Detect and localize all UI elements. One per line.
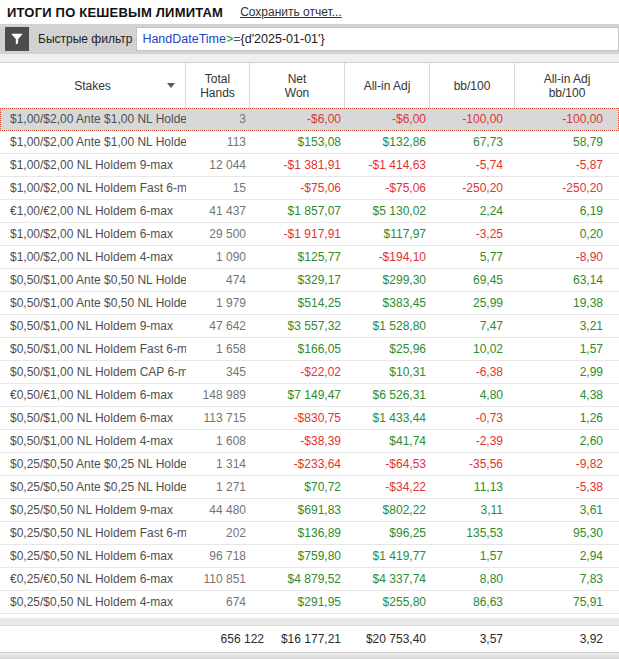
bb100-cell: 3,11 — [430, 503, 515, 517]
all-in-adj-cell: $6 526,31 — [345, 388, 430, 402]
bb100-cell: 10,02 — [430, 342, 515, 356]
column-header-bb100[interactable]: bb/100 — [430, 63, 515, 108]
bb100-cell: -3,25 — [430, 227, 515, 241]
totals-row: 656 122 $16 177,21 $20 753,40 3,57 3,92 — [0, 626, 619, 652]
net-won-cell: $136,89 — [250, 526, 345, 540]
net-won-cell: $7 149,47 — [250, 388, 345, 402]
net-won-cell: $4 879,52 — [250, 572, 345, 586]
all-in-adj-cell: $5 130,02 — [345, 204, 430, 218]
report-window: ИТОГИ ПО КЕШЕВЫМ ЛИМИТАМ Сохранить отчет… — [0, 0, 619, 659]
table-row[interactable]: $0,25/$0,50 NL Holdem Fast 6-m202$136,89… — [0, 522, 619, 545]
all-in-adj-bb100-cell: 6,19 — [515, 204, 619, 218]
table-row[interactable]: $1,00/$2,00 Ante $1,00 NL Holde113$153,0… — [0, 131, 619, 154]
bb100-cell: 69,45 — [430, 273, 515, 287]
table-row[interactable]: $0,50/$1,00 NL Holdem CAP 6-m345-$22,02$… — [0, 361, 619, 384]
all-in-adj-bb100-cell: 1,57 — [515, 342, 619, 356]
stakes-cell: $0,50/$1,00 NL Holdem CAP 6-m — [0, 365, 186, 379]
net-won-cell: -$22,02 — [250, 365, 345, 379]
bb100-cell: 25,99 — [430, 296, 515, 310]
all-in-adj-cell: $117,97 — [345, 227, 430, 241]
table-row[interactable]: $1,00/$2,00 NL Holdem 6-max29 500-$1 917… — [0, 223, 619, 246]
total-hands-cell: 1 271 — [186, 480, 250, 494]
all-in-adj-bb100-cell: 1,26 — [515, 411, 619, 425]
all-in-adj-bb100-cell: 95,30 — [515, 526, 619, 540]
all-in-adj-bb100-cell: 4,38 — [515, 388, 619, 402]
bb100-cell: -2,39 — [430, 434, 515, 448]
all-in-adj-bb100-cell: -9,82 — [515, 457, 619, 471]
total-hands-cell: 15 — [186, 181, 250, 195]
column-header-all-in-adj-bb100-label: All-in Adj bb/100 — [536, 72, 598, 100]
bb100-cell: -100,00 — [430, 112, 515, 126]
all-in-adj-cell: $299,30 — [345, 273, 430, 287]
table-row[interactable]: $0,25/$0,50 NL Holdem 6-max96 718$759,80… — [0, 545, 619, 568]
table-row[interactable]: $0,50/$1,00 NL Holdem 4-max1 608-$38,39$… — [0, 430, 619, 453]
column-header-stakes[interactable]: Stakes — [0, 63, 186, 108]
all-in-adj-cell: -$34,22 — [345, 480, 430, 494]
totals-all-in-adj-cell: $20 753,40 — [345, 632, 430, 646]
all-in-adj-cell: -$64,53 — [345, 457, 430, 471]
table-row[interactable]: $0,25/$0,50 NL Holdem 9-max44 480$691,83… — [0, 499, 619, 522]
net-won-cell: -$38,39 — [250, 434, 345, 448]
table-row[interactable]: $0,50/$1,00 NL Holdem 6-max113 715-$830,… — [0, 407, 619, 430]
net-won-cell: $329,17 — [250, 273, 345, 287]
stakes-cell: $1,00/$2,00 Ante $1,00 NL Holde — [0, 112, 186, 126]
all-in-adj-cell: $25,96 — [345, 342, 430, 356]
total-hands-cell: 1 658 — [186, 342, 250, 356]
total-hands-cell: 12 044 — [186, 158, 250, 172]
chevron-down-icon[interactable] — [167, 83, 175, 88]
quick-filters-bar: Быстрые фильтр HandDateTime>={d'2025-01-… — [0, 24, 619, 54]
total-hands-cell: 44 480 — [186, 503, 250, 517]
column-header-all-in-adj[interactable]: All-in Adj — [345, 63, 430, 108]
table-row[interactable]: $0,25/$0,50 Ante $0,25 NL Holde1 314-$23… — [0, 453, 619, 476]
column-header-all-in-adj-bb100[interactable]: All-in Adj bb/100 — [515, 63, 619, 108]
stakes-cell: €1,00/€2,00 NL Holdem 6-max — [0, 204, 186, 218]
stakes-cell: $0,25/$0,50 NL Holdem Fast 6-m — [0, 526, 186, 540]
total-hands-cell: 110 851 — [186, 572, 250, 586]
stakes-cell: $0,25/$0,50 Ante $0,25 NL Holde — [0, 480, 186, 494]
total-hands-cell: 1 979 — [186, 296, 250, 310]
table-row[interactable]: $0,50/$1,00 NL Holdem 9-max47 642$3 557,… — [0, 315, 619, 338]
bb100-cell: 5,77 — [430, 250, 515, 264]
net-won-cell: -$1 381,91 — [250, 158, 345, 172]
table-row[interactable]: $0,50/$1,00 Ante $0,50 NL Holde1 979$514… — [0, 292, 619, 315]
filter-expression-part: > — [226, 32, 233, 46]
column-header-net-won-label: Net Won — [280, 72, 314, 100]
table-row[interactable]: $1,00/$2,00 Ante $1,00 NL Holde3-$6,00-$… — [0, 108, 619, 131]
total-hands-cell: 345 — [186, 365, 250, 379]
table-row[interactable]: $0,50/$1,00 NL Holdem Fast 6-m1 658$166,… — [0, 338, 619, 361]
net-won-cell: $1 857,07 — [250, 204, 345, 218]
table-row[interactable]: $0,25/$0,50 Ante $0,25 NL Holde1 271$70,… — [0, 476, 619, 499]
column-header-total-hands[interactable]: Total Hands — [186, 63, 250, 108]
totals-separator-band — [0, 618, 619, 626]
filter-expression-input[interactable]: HandDateTime>={d'2025-01-01'} — [136, 27, 619, 51]
stakes-cell: $1,00/$2,00 NL Holdem 4-max — [0, 250, 186, 264]
table-row[interactable]: $1,00/$2,00 NL Holdem Fast 6-m15-$75,06-… — [0, 177, 619, 200]
column-header-net-won[interactable]: Net Won — [250, 63, 345, 108]
table-row[interactable]: $1,00/$2,00 NL Holdem 9-max12 044-$1 381… — [0, 154, 619, 177]
all-in-adj-cell: -$75,06 — [345, 181, 430, 195]
all-in-adj-cell: $96,25 — [345, 526, 430, 540]
net-won-cell: $70,72 — [250, 480, 345, 494]
bb100-cell: 2,24 — [430, 204, 515, 218]
all-in-adj-bb100-cell: 63,14 — [515, 273, 619, 287]
filter-expression-part: {d'2025-01-01'} — [241, 32, 325, 46]
filter-button[interactable] — [5, 27, 29, 51]
net-won-cell: $759,80 — [250, 549, 345, 563]
table-row[interactable]: $0,50/$1,00 Ante $0,50 NL Holde474$329,1… — [0, 269, 619, 292]
bb100-cell: 4,80 — [430, 388, 515, 402]
table-row[interactable]: €0,25/€0,50 NL Holdem 6-max110 851$4 879… — [0, 568, 619, 591]
table-row[interactable]: €0,50/€1,00 NL Holdem 6-max148 989$7 149… — [0, 384, 619, 407]
total-hands-cell: 113 715 — [186, 411, 250, 425]
table-row[interactable]: €1,00/€2,00 NL Holdem 6-max41 437$1 857,… — [0, 200, 619, 223]
save-report-link[interactable]: Сохранить отчет... — [240, 5, 342, 19]
bb100-cell: -5,74 — [430, 158, 515, 172]
stakes-cell: $0,50/$1,00 NL Holdem 6-max — [0, 411, 186, 425]
stakes-cell: $0,25/$0,50 NL Holdem 9-max — [0, 503, 186, 517]
table-row[interactable]: $0,25/$0,50 NL Holdem 4-max674$291,95$25… — [0, 591, 619, 614]
filter-expression-part: = — [233, 32, 240, 46]
net-won-cell: $291,95 — [250, 595, 345, 609]
table-row[interactable]: $1,00/$2,00 NL Holdem 4-max1 090$125,77-… — [0, 246, 619, 269]
all-in-adj-cell: $1 433,44 — [345, 411, 430, 425]
net-won-cell: -$1 917,91 — [250, 227, 345, 241]
all-in-adj-bb100-cell: 58,79 — [515, 135, 619, 149]
